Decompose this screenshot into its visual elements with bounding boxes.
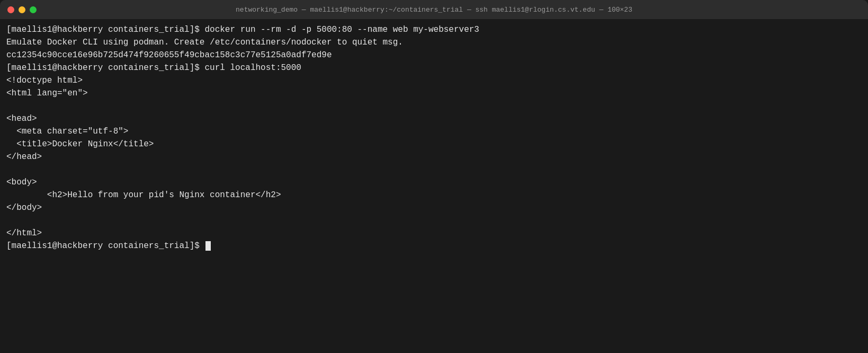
terminal-output-line: cc12354c90cce16e96b725d474f9260655f49cba… — [6, 49, 862, 61]
terminal-output-line: <body> — [6, 176, 862, 189]
terminal-output-line: <head> — [6, 112, 862, 125]
minimize-button[interactable] — [19, 6, 25, 13]
terminal-output-line: Emulate Docker CLI using podman. Create … — [6, 36, 862, 49]
traffic-lights — [7, 6, 37, 13]
titlebar: networking_demo — maellis1@hackberry:~/c… — [0, 0, 868, 19]
maximize-button[interactable] — [30, 6, 37, 13]
terminal-prompt-line: [maellis1@hackberry containers_trial]$ c… — [6, 61, 862, 74]
terminal-prompt-line: [maellis1@hackberry containers_trial]$ d… — [6, 23, 862, 36]
terminal-output-line: </head> — [6, 151, 862, 163]
terminal-empty-line — [6, 100, 862, 112]
terminal-cursor — [205, 241, 211, 251]
terminal-output-line: <h2>Hello from your pid's Nginx containe… — [6, 189, 862, 201]
terminal-empty-line — [6, 214, 862, 227]
terminal-output-line: <html lang="en"> — [6, 87, 862, 100]
terminal-empty-line — [6, 163, 862, 176]
terminal-window: networking_demo — maellis1@hackberry:~/c… — [0, 0, 868, 353]
terminal-output-line: <meta charset="utf-8"> — [6, 125, 862, 138]
terminal-output-line: <title>Docker Nginx</title> — [6, 138, 862, 151]
terminal-output-line: </body> — [6, 201, 862, 214]
window-title: networking_demo — maellis1@hackberry:~/c… — [236, 6, 632, 14]
close-button[interactable] — [7, 6, 14, 13]
terminal-prompt-line: [maellis1@hackberry containers_trial]$ — [6, 240, 862, 252]
terminal-output-line: <!doctype html> — [6, 74, 862, 87]
terminal-body[interactable]: [maellis1@hackberry containers_trial]$ d… — [0, 19, 868, 353]
terminal-output-line: </html> — [6, 227, 862, 240]
